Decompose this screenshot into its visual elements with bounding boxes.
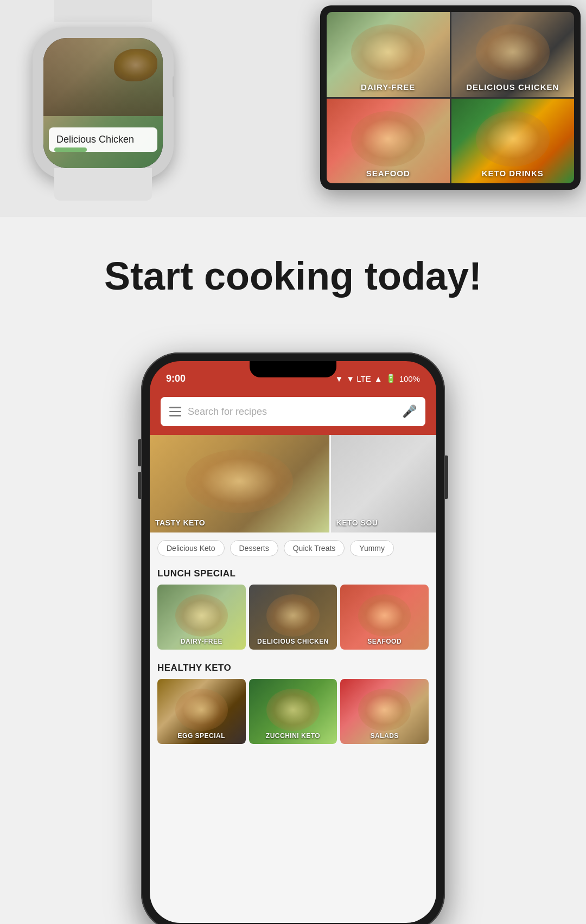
phone-section: 9:00 ▼ ▼ LTE ▲ 🔋 100% bbox=[0, 336, 586, 924]
tablet-cell-seafood: SEAFOOD bbox=[327, 99, 450, 184]
watch-band-bottom bbox=[54, 168, 152, 201]
lunch-card-delicious-chicken[interactable]: DELICIOUS CHICKEN bbox=[249, 585, 337, 650]
hamburger-line-3 bbox=[169, 415, 181, 416]
battery-icon: 🔋 bbox=[386, 374, 396, 383]
hk-label-zucchini-keto: ZUCCHINI KETO bbox=[249, 732, 337, 740]
hero-cards-row: TASTY KETO KETO SOU bbox=[150, 435, 436, 532]
tags-row: Delicious Keto Desserts Quick Treats Yum… bbox=[150, 532, 436, 564]
search-input[interactable]: Search for recipes bbox=[188, 406, 396, 418]
tablet-label-delicious-chicken: DELICIOUS CHICKEN bbox=[451, 82, 575, 92]
phone-wrapper: 9:00 ▼ ▼ LTE ▲ 🔋 100% bbox=[141, 352, 445, 924]
hk-label-salads: SALADS bbox=[340, 732, 429, 740]
lunch-special-grid: DAIRY-FREE DELICIOUS CHICKEN SEAFOOD bbox=[150, 585, 436, 658]
phone-content: TASTY KETO KETO SOU Delicious Keto Desse… bbox=[150, 435, 436, 923]
battery-text: 100% bbox=[399, 374, 420, 383]
tablet-cell-keto-drinks: KETO DRINKS bbox=[451, 99, 575, 184]
hamburger-line-1 bbox=[169, 407, 181, 408]
hk-card-salads[interactable]: SALADS bbox=[340, 679, 429, 744]
phone-device: 9:00 ▼ ▼ LTE ▲ 🔋 100% bbox=[141, 352, 445, 924]
hk-card-egg-special[interactable]: EGG SPECIAL bbox=[157, 679, 246, 744]
tag-desserts[interactable]: Desserts bbox=[230, 540, 278, 556]
watch-case: Delicious Chicken bbox=[33, 27, 174, 179]
hk-label-egg-special: EGG SPECIAL bbox=[157, 732, 246, 740]
search-input-wrap[interactable]: Search for recipes 🎤 bbox=[161, 397, 425, 426]
power-button bbox=[445, 455, 448, 499]
healthy-keto-grid: EGG SPECIAL ZUCCHINI KETO SALADS bbox=[150, 679, 436, 753]
tablet-label-keto-drinks: KETO DRINKS bbox=[451, 169, 575, 178]
watch-recipe-title: Delicious Chicken bbox=[56, 134, 134, 145]
lunch-special-header: LUNCH SPECIAL bbox=[150, 564, 436, 585]
wifi-icon: ▼ bbox=[335, 374, 343, 383]
lunch-label-delicious-chicken: DELICIOUS CHICKEN bbox=[249, 638, 337, 645]
hero-card-label-2: KETO SOU bbox=[336, 518, 378, 527]
hero-card-label-1: TASTY KETO bbox=[155, 518, 205, 527]
watch-band-top bbox=[54, 0, 152, 22]
tablet-device: DAIRY-FREE DELICIOUS CHICKEN SEAFOOD bbox=[315, 0, 586, 195]
tablet-body: DAIRY-FREE DELICIOUS CHICKEN SEAFOOD bbox=[320, 5, 581, 190]
status-icons: ▼ ▼ LTE ▲ 🔋 100% bbox=[335, 374, 420, 383]
healthy-keto-header: HEALTHY KETO bbox=[150, 658, 436, 679]
volume-down-button bbox=[138, 472, 141, 499]
phone-notch bbox=[250, 361, 336, 377]
tagline-section: Start cooking today! bbox=[0, 217, 586, 336]
watch-food-image: Delicious Chicken bbox=[43, 38, 163, 168]
hero-card-tasty-keto[interactable]: TASTY KETO bbox=[150, 435, 329, 532]
lunch-label-dairy-free: DAIRY-FREE bbox=[157, 638, 246, 645]
watch-crown bbox=[173, 76, 174, 98]
tag-quick-treats[interactable]: Quick Treats bbox=[284, 540, 345, 556]
tablet-label-seafood: SEAFOOD bbox=[327, 169, 450, 178]
tablet-cell-delicious-chicken: DELICIOUS CHICKEN bbox=[451, 12, 575, 97]
network-text: ▼ LTE bbox=[346, 374, 371, 383]
tablet-label-dairy-free: DAIRY-FREE bbox=[327, 82, 450, 92]
tablet-screen: DAIRY-FREE DELICIOUS CHICKEN SEAFOOD bbox=[327, 12, 574, 183]
volume-up-button bbox=[138, 439, 141, 466]
status-time: 9:00 bbox=[166, 373, 186, 384]
tablet-cell-dairy-free: DAIRY-FREE bbox=[327, 12, 450, 97]
hero-food-decoration bbox=[150, 435, 329, 532]
hamburger-line-2 bbox=[169, 411, 181, 413]
tagline: Start cooking today! bbox=[104, 255, 482, 298]
hero-card-keto-soup[interactable]: KETO SOU bbox=[331, 435, 436, 532]
hk-card-zucchini-keto[interactable]: ZUCCHINI KETO bbox=[249, 679, 337, 744]
phone-screen: 9:00 ▼ ▼ LTE ▲ 🔋 100% bbox=[150, 361, 436, 923]
hamburger-menu-button[interactable] bbox=[169, 407, 181, 416]
signal-icon: ▲ bbox=[374, 374, 383, 383]
watch-label-box: Delicious Chicken bbox=[49, 127, 157, 152]
watch-device: Delicious Chicken bbox=[16, 11, 190, 206]
watch-screen: Delicious Chicken bbox=[43, 38, 163, 168]
top-section: Delicious Chicken DAIRY-FREE bbox=[0, 0, 586, 217]
search-bar: Search for recipes 🎤 bbox=[150, 392, 436, 435]
lunch-label-seafood: SEAFOOD bbox=[340, 638, 429, 645]
lunch-card-dairy-free[interactable]: DAIRY-FREE bbox=[157, 585, 246, 650]
lunch-card-seafood[interactable]: SEAFOOD bbox=[340, 585, 429, 650]
microphone-icon[interactable]: 🎤 bbox=[402, 405, 417, 419]
tag-yummy[interactable]: Yummy bbox=[350, 540, 394, 556]
watch-image-overlay bbox=[43, 38, 163, 116]
tag-delicious-keto[interactable]: Delicious Keto bbox=[157, 540, 225, 556]
